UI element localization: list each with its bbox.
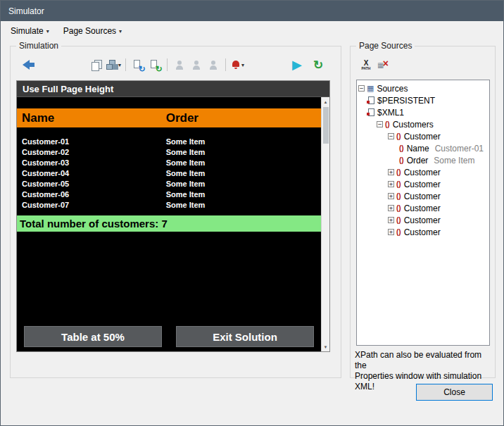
expand-icon[interactable]: + [388,217,394,223]
window-title: Simulator [8,6,44,16]
table-row[interactable]: Customer-03 Some Item [17,157,321,168]
user-role-button-1[interactable] [171,56,188,73]
tree-node-customer[interactable]: + () Customer [357,226,489,238]
expand-icon[interactable]: + [388,229,394,235]
expand-icon[interactable]: + [388,181,394,187]
table-row[interactable]: Customer-04 Some Item [17,168,321,178]
element-icon: () [396,193,401,200]
collapse-icon[interactable]: − [358,85,365,92]
cell-name: Customer-03 [17,158,166,167]
tree-node-value: Customer-01 [435,144,484,154]
reload-sources-icon: ↻ [149,59,161,71]
tree-node-label: $PERSISTENT [377,96,435,106]
cell-order: Some Item [166,201,321,209]
sources-icon: ▦ [367,84,374,92]
device-scrollbar[interactable]: ▲ ▼ [321,97,329,351]
tree-node-customers[interactable]: − () Customers [357,118,489,130]
toolbar-separator [225,58,226,71]
scroll-up-icon[interactable]: ▲ [322,97,329,106]
tree-node-customer[interactable]: + () Customer [357,214,489,226]
table-row[interactable]: Customer-01 Some Item [17,136,321,146]
exit-solution-button[interactable]: Exit Solution [176,326,314,347]
cell-order: Some Item [166,148,321,156]
tree-node-label: Customer [404,215,441,225]
user-role-button-2[interactable] [188,56,205,73]
alerts-button[interactable]: ▾ [229,56,246,73]
tree-node-customer[interactable]: + () Customer [357,202,489,214]
tree-node-customer[interactable]: − () Customer [357,130,489,142]
tree-node-order[interactable]: () Order Some Item [357,154,489,166]
expand-icon[interactable]: + [388,205,394,211]
collapse-icon[interactable]: − [377,121,383,127]
back-button[interactable] [18,56,34,73]
tree-node-persistent[interactable]: $PERSISTENT [357,94,489,106]
user-icon [175,60,185,70]
reload-sources-button[interactable]: ↻ [146,56,163,73]
total-customers-label: Total number of customers: 7 [17,215,321,232]
alert-bell-icon [232,61,240,69]
table-row[interactable]: Customer-05 Some Item [17,178,321,189]
table-row[interactable]: Customer-02 Some Item [17,146,321,157]
tree-node-label: Name [407,144,429,154]
tree-node-label: Customer [404,227,441,237]
page-sources-tree: − ▦ Sources $PERSISTENT $XML1 − () Custo… [356,80,490,346]
element-icon: () [396,133,401,140]
tree-node-sources[interactable]: − ▦ Sources [357,82,489,94]
table-row[interactable]: Customer-07 Some Item [17,199,321,210]
element-icon: () [396,205,401,212]
cell-name: Customer-04 [17,169,166,177]
tree-node-label: Order [407,156,429,165]
tree-node-label: Customer [404,203,441,213]
menu-bar: Simulate ▾ Page Sources ▾ [1,21,503,41]
dropdown-arrow-icon: ▾ [118,62,121,68]
element-icon: () [399,145,404,152]
tree-node-name[interactable]: () Name Customer-01 [357,142,489,154]
table-row[interactable]: Customer-06 Some Item [17,189,321,199]
user-role-button-3[interactable] [205,56,222,73]
element-icon: () [396,169,401,176]
cell-order: Some Item [166,169,321,177]
page-sources-toolbar: X PATH ▦ × [358,56,488,74]
collapse-icon[interactable]: − [388,133,394,139]
tree-node-label: Sources [377,84,408,94]
element-icon: () [385,121,390,128]
simulation-group-label: Simulation [16,41,61,51]
restart-icon: ↻ [313,59,323,71]
expand-icon[interactable]: + [388,169,394,175]
menu-simulate[interactable]: Simulate ▾ [4,21,56,41]
datasource-icon [368,108,374,116]
tree-node-customer[interactable]: + () Customer [357,190,489,202]
expand-icon[interactable]: + [388,193,394,199]
evaluate-xpath-button[interactable]: X PATH [358,56,374,73]
cell-name: Customer-05 [17,180,166,188]
menu-page-sources[interactable]: Page Sources ▾ [56,21,129,41]
dropdown-arrow-icon: ▾ [119,28,122,35]
pages-button[interactable] [88,56,105,73]
workflow-button[interactable]: ▾ [105,56,122,73]
play-button[interactable]: ▶ [289,56,305,73]
simulator-window: Simulator Simulate ▾ Page Sources ▾ Simu… [0,0,504,426]
user-icon [208,60,219,70]
tree-node-xml1[interactable]: $XML1 [357,106,489,118]
tree-node-customer[interactable]: + () Customer [357,166,489,178]
user-icon [191,60,202,70]
page-sources-group-label: Page Sources [356,41,415,51]
tree-node-label: Customers [393,120,434,130]
simulation-group: Simulation ▾ ↻ ↻ ▾ [10,46,341,378]
reload-page-icon: ↻ [132,59,144,71]
restart-button[interactable]: ↻ [310,56,327,73]
close-button[interactable]: Close [416,384,493,401]
window-titlebar: Simulator [1,1,503,21]
reload-page-button[interactable]: ↻ [130,56,146,73]
tree-node-label: Customer [404,168,441,177]
scrollbar-thumb[interactable] [323,107,329,144]
cell-order: Some Item [166,158,321,167]
cell-name: Customer-06 [17,190,166,199]
table-at-50-button[interactable]: Table at 50% [24,326,162,347]
toolbar-separator [125,58,126,71]
scroll-down-icon[interactable]: ▼ [322,342,329,351]
cell-name: Customer-02 [17,148,166,156]
cell-name: Customer-07 [17,201,166,209]
tree-node-customer[interactable]: + () Customer [357,178,489,190]
clear-xpath-button[interactable]: ▦ × [374,56,391,73]
